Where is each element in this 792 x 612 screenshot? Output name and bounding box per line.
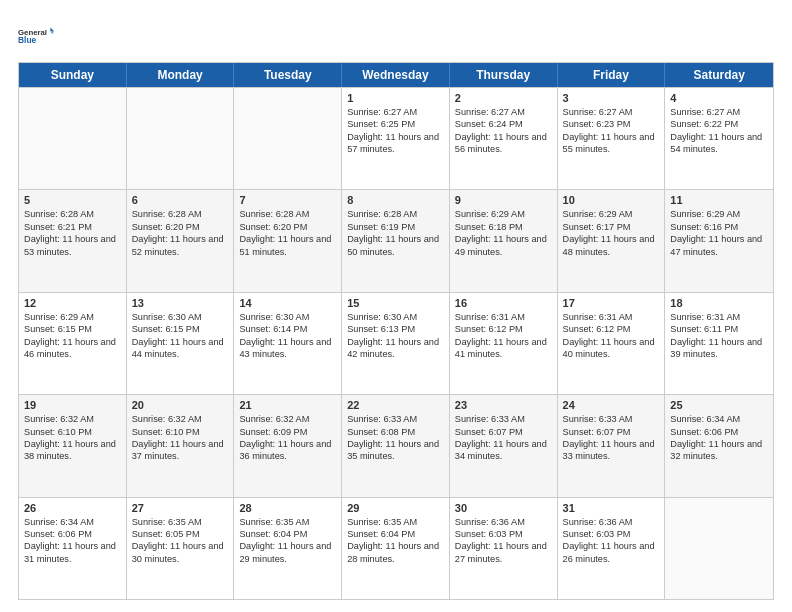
calendar-cell-day-3: 3Sunrise: 6:27 AMSunset: 6:23 PMDaylight… bbox=[558, 88, 666, 189]
daylight-text: Daylight: 11 hours and 41 minutes. bbox=[455, 336, 552, 361]
sunrise-text: Sunrise: 6:35 AM bbox=[347, 516, 444, 528]
sunset-text: Sunset: 6:03 PM bbox=[563, 528, 660, 540]
sunset-text: Sunset: 6:22 PM bbox=[670, 118, 768, 130]
calendar-cell-empty bbox=[234, 88, 342, 189]
calendar-row-5: 26Sunrise: 6:34 AMSunset: 6:06 PMDayligh… bbox=[19, 497, 773, 599]
day-number: 27 bbox=[132, 502, 229, 514]
calendar-cell-day-24: 24Sunrise: 6:33 AMSunset: 6:07 PMDayligh… bbox=[558, 395, 666, 496]
sunrise-text: Sunrise: 6:30 AM bbox=[347, 311, 444, 323]
day-number: 7 bbox=[239, 194, 336, 206]
sunset-text: Sunset: 6:13 PM bbox=[347, 323, 444, 335]
sunset-text: Sunset: 6:04 PM bbox=[347, 528, 444, 540]
calendar-cell-day-9: 9Sunrise: 6:29 AMSunset: 6:18 PMDaylight… bbox=[450, 190, 558, 291]
sunrise-text: Sunrise: 6:29 AM bbox=[563, 208, 660, 220]
sunset-text: Sunset: 6:15 PM bbox=[132, 323, 229, 335]
day-number: 21 bbox=[239, 399, 336, 411]
sunrise-text: Sunrise: 6:29 AM bbox=[455, 208, 552, 220]
day-number: 31 bbox=[563, 502, 660, 514]
calendar-cell-day-15: 15Sunrise: 6:30 AMSunset: 6:13 PMDayligh… bbox=[342, 293, 450, 394]
sunset-text: Sunset: 6:07 PM bbox=[455, 426, 552, 438]
calendar-cell-day-6: 6Sunrise: 6:28 AMSunset: 6:20 PMDaylight… bbox=[127, 190, 235, 291]
daylight-text: Daylight: 11 hours and 30 minutes. bbox=[132, 540, 229, 565]
sunset-text: Sunset: 6:04 PM bbox=[239, 528, 336, 540]
sunrise-text: Sunrise: 6:31 AM bbox=[563, 311, 660, 323]
calendar-cell-day-8: 8Sunrise: 6:28 AMSunset: 6:19 PMDaylight… bbox=[342, 190, 450, 291]
day-number: 26 bbox=[24, 502, 121, 514]
page: General Blue SundayMondayTuesdayWednesda… bbox=[0, 0, 792, 612]
daylight-text: Daylight: 11 hours and 42 minutes. bbox=[347, 336, 444, 361]
sunset-text: Sunset: 6:15 PM bbox=[24, 323, 121, 335]
day-number: 30 bbox=[455, 502, 552, 514]
day-number: 19 bbox=[24, 399, 121, 411]
calendar-row-2: 5Sunrise: 6:28 AMSunset: 6:21 PMDaylight… bbox=[19, 189, 773, 291]
sunrise-text: Sunrise: 6:27 AM bbox=[670, 106, 768, 118]
sunrise-text: Sunrise: 6:33 AM bbox=[455, 413, 552, 425]
sunset-text: Sunset: 6:16 PM bbox=[670, 221, 768, 233]
sunrise-text: Sunrise: 6:32 AM bbox=[24, 413, 121, 425]
calendar-cell-day-17: 17Sunrise: 6:31 AMSunset: 6:12 PMDayligh… bbox=[558, 293, 666, 394]
sunset-text: Sunset: 6:20 PM bbox=[132, 221, 229, 233]
day-number: 16 bbox=[455, 297, 552, 309]
sunrise-text: Sunrise: 6:30 AM bbox=[132, 311, 229, 323]
sunset-text: Sunset: 6:06 PM bbox=[670, 426, 768, 438]
day-number: 10 bbox=[563, 194, 660, 206]
day-number: 8 bbox=[347, 194, 444, 206]
daylight-text: Daylight: 11 hours and 51 minutes. bbox=[239, 233, 336, 258]
sunset-text: Sunset: 6:06 PM bbox=[24, 528, 121, 540]
sunset-text: Sunset: 6:10 PM bbox=[132, 426, 229, 438]
day-number: 11 bbox=[670, 194, 768, 206]
day-number: 25 bbox=[670, 399, 768, 411]
daylight-text: Daylight: 11 hours and 47 minutes. bbox=[670, 233, 768, 258]
header-cell-sunday: Sunday bbox=[19, 63, 127, 87]
daylight-text: Daylight: 11 hours and 43 minutes. bbox=[239, 336, 336, 361]
daylight-text: Daylight: 11 hours and 49 minutes. bbox=[455, 233, 552, 258]
daylight-text: Daylight: 11 hours and 28 minutes. bbox=[347, 540, 444, 565]
sunset-text: Sunset: 6:17 PM bbox=[563, 221, 660, 233]
calendar-cell-day-25: 25Sunrise: 6:34 AMSunset: 6:06 PMDayligh… bbox=[665, 395, 773, 496]
sunrise-text: Sunrise: 6:32 AM bbox=[132, 413, 229, 425]
calendar-cell-day-10: 10Sunrise: 6:29 AMSunset: 6:17 PMDayligh… bbox=[558, 190, 666, 291]
header-cell-friday: Friday bbox=[558, 63, 666, 87]
calendar-row-1: 1Sunrise: 6:27 AMSunset: 6:25 PMDaylight… bbox=[19, 87, 773, 189]
sunset-text: Sunset: 6:18 PM bbox=[455, 221, 552, 233]
daylight-text: Daylight: 11 hours and 33 minutes. bbox=[563, 438, 660, 463]
sunrise-text: Sunrise: 6:31 AM bbox=[670, 311, 768, 323]
calendar-cell-day-29: 29Sunrise: 6:35 AMSunset: 6:04 PMDayligh… bbox=[342, 498, 450, 599]
calendar-cell-empty bbox=[127, 88, 235, 189]
daylight-text: Daylight: 11 hours and 32 minutes. bbox=[670, 438, 768, 463]
header-cell-monday: Monday bbox=[127, 63, 235, 87]
calendar-cell-day-16: 16Sunrise: 6:31 AMSunset: 6:12 PMDayligh… bbox=[450, 293, 558, 394]
calendar-cell-day-7: 7Sunrise: 6:28 AMSunset: 6:20 PMDaylight… bbox=[234, 190, 342, 291]
sunrise-text: Sunrise: 6:35 AM bbox=[239, 516, 336, 528]
calendar-body: 1Sunrise: 6:27 AMSunset: 6:25 PMDaylight… bbox=[19, 87, 773, 599]
sunrise-text: Sunrise: 6:31 AM bbox=[455, 311, 552, 323]
calendar-cell-day-13: 13Sunrise: 6:30 AMSunset: 6:15 PMDayligh… bbox=[127, 293, 235, 394]
sunrise-text: Sunrise: 6:30 AM bbox=[239, 311, 336, 323]
daylight-text: Daylight: 11 hours and 55 minutes. bbox=[563, 131, 660, 156]
calendar-cell-day-14: 14Sunrise: 6:30 AMSunset: 6:14 PMDayligh… bbox=[234, 293, 342, 394]
day-number: 3 bbox=[563, 92, 660, 104]
day-number: 4 bbox=[670, 92, 768, 104]
daylight-text: Daylight: 11 hours and 48 minutes. bbox=[563, 233, 660, 258]
calendar-cell-day-28: 28Sunrise: 6:35 AMSunset: 6:04 PMDayligh… bbox=[234, 498, 342, 599]
day-number: 14 bbox=[239, 297, 336, 309]
calendar-cell-day-12: 12Sunrise: 6:29 AMSunset: 6:15 PMDayligh… bbox=[19, 293, 127, 394]
sunrise-text: Sunrise: 6:27 AM bbox=[347, 106, 444, 118]
calendar-cell-day-19: 19Sunrise: 6:32 AMSunset: 6:10 PMDayligh… bbox=[19, 395, 127, 496]
calendar-cell-day-5: 5Sunrise: 6:28 AMSunset: 6:21 PMDaylight… bbox=[19, 190, 127, 291]
header-cell-tuesday: Tuesday bbox=[234, 63, 342, 87]
daylight-text: Daylight: 11 hours and 52 minutes. bbox=[132, 233, 229, 258]
calendar-row-4: 19Sunrise: 6:32 AMSunset: 6:10 PMDayligh… bbox=[19, 394, 773, 496]
calendar-cell-day-23: 23Sunrise: 6:33 AMSunset: 6:07 PMDayligh… bbox=[450, 395, 558, 496]
sunset-text: Sunset: 6:07 PM bbox=[563, 426, 660, 438]
daylight-text: Daylight: 11 hours and 53 minutes. bbox=[24, 233, 121, 258]
sunrise-text: Sunrise: 6:35 AM bbox=[132, 516, 229, 528]
sunrise-text: Sunrise: 6:36 AM bbox=[455, 516, 552, 528]
sunset-text: Sunset: 6:12 PM bbox=[563, 323, 660, 335]
calendar-cell-day-30: 30Sunrise: 6:36 AMSunset: 6:03 PMDayligh… bbox=[450, 498, 558, 599]
day-number: 29 bbox=[347, 502, 444, 514]
sunrise-text: Sunrise: 6:28 AM bbox=[239, 208, 336, 220]
sunset-text: Sunset: 6:14 PM bbox=[239, 323, 336, 335]
daylight-text: Daylight: 11 hours and 46 minutes. bbox=[24, 336, 121, 361]
sunrise-text: Sunrise: 6:34 AM bbox=[670, 413, 768, 425]
